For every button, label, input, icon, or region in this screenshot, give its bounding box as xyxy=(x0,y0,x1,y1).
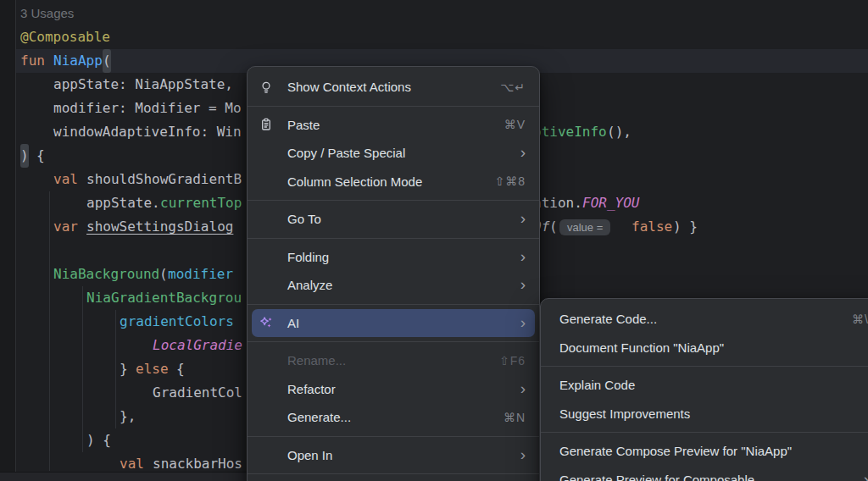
menu-separator xyxy=(248,473,539,474)
menu-shortcut: ⇧⌘8 xyxy=(494,174,526,188)
code-text: ) { xyxy=(86,428,111,452)
menu-item-folding[interactable]: Folding› xyxy=(248,243,539,272)
menu-item-label: Refactor xyxy=(287,382,336,396)
inlay-hint-pill: value = xyxy=(559,219,610,235)
ai-menu-item-explain-code[interactable]: Explain Code xyxy=(541,371,868,400)
code-text: } xyxy=(120,357,128,381)
matched-paren: ( xyxy=(103,49,111,73)
menu-separator xyxy=(248,238,539,239)
chevron-right-icon: › xyxy=(520,380,526,396)
menu-item-column-selection-mode[interactable]: Column Selection Mode⇧⌘8 xyxy=(248,168,539,196)
menu-item-paste[interactable]: Paste⌘V xyxy=(248,111,539,140)
code-text: ) } xyxy=(673,215,698,239)
ide-screen: 3 Usages@ComposablefunNiaApp(appState: N… xyxy=(0,0,868,481)
menu-shortcut: ⌥↵ xyxy=(500,80,526,94)
menu-item-label: Generate Preview for Composable... xyxy=(559,473,765,481)
ai-menu-item-generate-code[interactable]: Generate Code...⌘\ xyxy=(541,305,868,334)
menu-item-label: Document Function "NiaApp" xyxy=(559,340,724,355)
code-text: ation. xyxy=(533,191,582,215)
menu-item-label: Rename... xyxy=(287,353,346,368)
code-text: (), xyxy=(607,120,632,144)
code-text: ptiveInfo xyxy=(533,120,607,144)
menu-item-label: Go To xyxy=(287,212,321,226)
code-text: shouldShowGradientB xyxy=(86,168,242,191)
ai-menu-item-generate-compose-preview-for-niaapp[interactable]: Generate Compose Preview for "NiaApp" xyxy=(541,437,868,466)
menu-item-analyze[interactable]: Analyze› xyxy=(248,271,539,300)
menu-item-copy-paste-special[interactable]: Copy / Paste Special› xyxy=(248,139,539,168)
lightbulb-icon xyxy=(259,80,280,94)
indent-guide xyxy=(82,286,83,452)
mutable-var: showSettingsDialog xyxy=(86,215,233,239)
menu-item-label: Explain Code xyxy=(559,378,635,392)
keyword-var: var xyxy=(53,215,78,239)
menu-separator xyxy=(248,200,539,201)
chevron-right-icon: › xyxy=(520,314,526,330)
menu-item-show-context-actions[interactable]: Show Context Actions⌥↵ xyxy=(248,73,539,102)
ai-menu-item-generate-preview-for-composable[interactable]: Generate Preview for Composable...› xyxy=(541,466,868,481)
keyword-else: else xyxy=(136,357,169,381)
ai-submenu: Generate Code...⌘\Document Function "Nia… xyxy=(540,298,868,481)
menu-item-label: Paste xyxy=(287,118,320,132)
menu-item-open-in[interactable]: Open In› xyxy=(248,441,539,470)
usages-inlay-hint: 3 Usages xyxy=(20,2,74,25)
menu-item-label: AI xyxy=(287,316,299,330)
menu-separator xyxy=(248,436,539,437)
matched-paren: ) xyxy=(20,144,29,168)
code-text: }, xyxy=(120,405,136,428)
menu-item-label: Suggest Improvements xyxy=(559,406,690,421)
menu-separator xyxy=(248,341,539,342)
chevron-right-icon: › xyxy=(864,471,868,481)
ai-menu-item-document-function-niaapp[interactable]: Document Function "NiaApp" xyxy=(541,334,868,362)
chevron-right-icon: › xyxy=(520,446,526,462)
menu-item-label: Folding xyxy=(287,250,329,264)
code-text: GradientCol xyxy=(153,381,242,405)
context-menu: Show Context Actions⌥↵Paste⌘VCopy / Past… xyxy=(247,66,540,481)
code-text: currentTop xyxy=(160,191,242,215)
constant-for-you: FOR_YOU xyxy=(582,191,639,215)
indent-guide xyxy=(115,310,116,428)
menu-item-label: Column Selection Mode xyxy=(287,174,422,189)
chevron-right-icon: › xyxy=(520,248,526,264)
menu-item-label: Generate... xyxy=(287,410,351,424)
menu-shortcut: ⌘V xyxy=(504,118,526,131)
menu-item-rename[interactable]: Rename...⇧F6 xyxy=(248,346,539,375)
code-text: modifier: Modifier = Mo xyxy=(53,97,242,120)
menu-item-label: Show Context Actions xyxy=(287,80,411,94)
chevron-right-icon: › xyxy=(520,210,526,226)
composition-local: LocalGradie xyxy=(153,334,242,357)
menu-item-ai[interactable]: AI› xyxy=(252,309,535,338)
menu-shortcut: ⌘N xyxy=(504,411,526,424)
named-arg: gradientColors xyxy=(120,310,234,334)
menu-item-label: Generate Code... xyxy=(559,312,657,326)
chevron-right-icon: › xyxy=(520,144,526,160)
composable-call: NiaBackground xyxy=(53,263,159,286)
code-text: ( xyxy=(159,263,168,286)
chevron-right-icon: › xyxy=(520,276,526,292)
ai-menu-item-suggest-improvements[interactable]: Suggest Improvements xyxy=(541,400,868,428)
menu-item-label: Open In xyxy=(287,448,332,462)
keyword-fun: fun xyxy=(20,49,45,73)
menu-separator xyxy=(248,106,539,107)
composable-call: NiaGradientBackgrou xyxy=(86,286,242,310)
function-name: NiaApp xyxy=(53,49,103,73)
menu-shortcut: ⌘\ xyxy=(852,312,868,326)
keyword-val: val xyxy=(53,168,78,191)
code-text: ( xyxy=(549,215,558,239)
indent-guide xyxy=(49,191,50,471)
code-text: appState. xyxy=(86,191,160,215)
ai-sparkles-icon xyxy=(259,316,280,329)
menu-item-generate[interactable]: Generate...⌘N xyxy=(248,403,539,432)
menu-item-refactor[interactable]: Refactor› xyxy=(248,375,539,404)
named-arg: modifier xyxy=(168,263,233,286)
code-text: { xyxy=(36,144,45,168)
clipboard-icon xyxy=(259,118,280,131)
menu-item-label: Copy / Paste Special xyxy=(287,146,405,160)
menu-item-go-to[interactable]: Go To› xyxy=(248,205,539,234)
menu-separator xyxy=(541,366,868,367)
annotation-composable: @Composable xyxy=(20,25,110,49)
menu-item-label: Generate Compose Preview for "NiaApp" xyxy=(559,444,792,458)
menu-separator xyxy=(248,304,539,305)
menu-separator xyxy=(541,432,868,433)
literal-false: false xyxy=(632,215,672,239)
editor-gutter xyxy=(0,0,16,481)
